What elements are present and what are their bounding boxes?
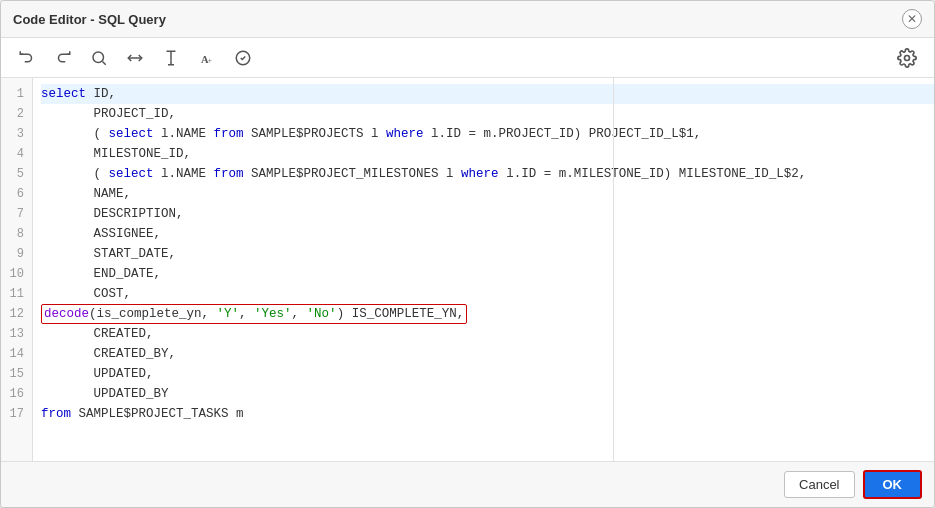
format-button[interactable] — [157, 46, 185, 70]
code-line-15: UPDATED, — [41, 364, 934, 384]
title-bar: Code Editor - SQL Query ✕ — [1, 1, 934, 38]
line-numbers: 1 2 3 4 5 6 7 8 9 10 11 12 13 14 15 16 1… — [1, 78, 33, 461]
search-button[interactable] — [85, 46, 113, 70]
settings-button[interactable] — [892, 45, 922, 71]
code-line-5: ( select l.NAME from SAMPLE$PROJECT_MILE… — [41, 164, 934, 184]
undo-button[interactable] — [13, 46, 41, 70]
cancel-button[interactable]: Cancel — [784, 471, 854, 498]
svg-text:+: + — [208, 55, 212, 64]
code-line-16: UPDATED_BY — [41, 384, 934, 404]
code-line-8: ASSIGNEE, — [41, 224, 934, 244]
code-editor[interactable]: select ID, PROJECT_ID, ( select l.NAME f… — [33, 78, 934, 461]
redo-button[interactable] — [49, 46, 77, 70]
editor-area[interactable]: 1 2 3 4 5 6 7 8 9 10 11 12 13 14 15 16 1… — [1, 78, 934, 461]
code-line-13: CREATED, — [41, 324, 934, 344]
ok-button[interactable]: OK — [863, 470, 923, 499]
code-line-4: MILESTONE_ID, — [41, 144, 934, 164]
font-button[interactable]: A+ — [193, 46, 221, 70]
code-line-9: START_DATE, — [41, 244, 934, 264]
toolbar-right — [892, 45, 922, 71]
svg-point-0 — [93, 52, 104, 63]
code-line-6: NAME, — [41, 184, 934, 204]
code-line-3: ( select l.NAME from SAMPLE$PROJECTS l w… — [41, 124, 934, 144]
toolbar-left: A+ — [13, 46, 882, 70]
svg-line-1 — [102, 61, 105, 64]
code-line-12: decode(is_complete_yn, 'Y', 'Yes', 'No')… — [41, 304, 934, 324]
svg-point-7 — [905, 55, 910, 60]
code-line-11: COST, — [41, 284, 934, 304]
code-line-2: PROJECT_ID, — [41, 104, 934, 124]
code-line-17: from SAMPLE$PROJECT_TASKS m — [41, 404, 934, 424]
code-line-1: select ID, — [41, 84, 934, 104]
code-line-10: END_DATE, — [41, 264, 934, 284]
cursor-area[interactable]: ┃ — [41, 424, 934, 461]
close-button[interactable]: ✕ — [902, 9, 922, 29]
check-button[interactable] — [229, 46, 257, 70]
toolbar: A+ — [1, 38, 934, 78]
dialog-title: Code Editor - SQL Query — [13, 12, 166, 27]
code-line-7: DESCRIPTION, — [41, 204, 934, 224]
code-line-14: CREATED_BY, — [41, 344, 934, 364]
bottom-bar: Cancel OK — [1, 461, 934, 507]
code-editor-dialog: Code Editor - SQL Query ✕ — [0, 0, 935, 508]
swap-button[interactable] — [121, 46, 149, 70]
